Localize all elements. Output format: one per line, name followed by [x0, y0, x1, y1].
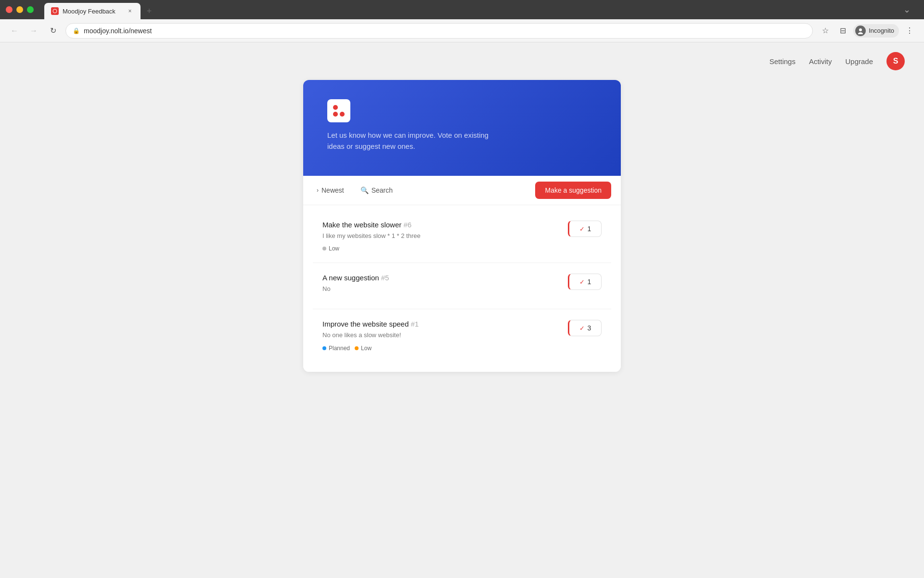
upgrade-link[interactable]: Upgrade — [845, 57, 873, 66]
tag-low-1: Low — [322, 245, 339, 252]
suggestion-number-1: #6 — [403, 221, 411, 229]
search-icon: 🔍 — [360, 186, 369, 194]
main-card: Let us know how we can improve. Vote on … — [303, 80, 621, 372]
svg-point-2 — [858, 32, 863, 34]
titlebar: Moodjoy Feedback × + ⌄ — [0, 0, 924, 19]
tag-dot-low — [355, 346, 359, 350]
tab-search-button[interactable]: ⊟ — [836, 24, 849, 38]
suggestion-tags-1: Low — [322, 245, 558, 252]
browser-chrome: Moodjoy Feedback × + ⌄ ← → ↻ 🔒 moodjoy.n… — [0, 0, 924, 42]
tabs-menu-button[interactable]: ⌄ — [903, 4, 911, 15]
sort-label: Newest — [321, 186, 344, 194]
vote-count-3: 3 — [588, 324, 591, 332]
user-avatar[interactable]: S — [886, 52, 905, 70]
vote-check-icon-3: ✓ — [579, 325, 585, 332]
app-logo — [327, 99, 350, 122]
suggestion-content-1: Make the website slower #6 I like my web… — [322, 221, 558, 252]
logo-dots — [331, 103, 346, 118]
tabs-bar: Moodjoy Feedback × + — [39, 0, 161, 19]
lock-icon: 🔒 — [73, 27, 80, 34]
logo-dot-3 — [333, 112, 338, 117]
page-content: Settings Activity Upgrade S Let us know … — [0, 42, 924, 562]
minimize-button[interactable] — [16, 6, 23, 13]
suggestion-content-3: Improve the website speed #1 No one like… — [322, 320, 558, 351]
tab-title: Moodjoy Feedback — [63, 8, 122, 15]
make-suggestion-button[interactable]: Make a suggestion — [535, 182, 611, 199]
bookmark-button[interactable]: ☆ — [819, 24, 832, 38]
suggestion-title-3: Improve the website speed #1 — [322, 320, 558, 328]
tag-low-3: Low — [355, 345, 372, 352]
active-tab[interactable]: Moodjoy Feedback × — [44, 3, 141, 19]
back-button[interactable]: ← — [8, 24, 21, 38]
tag-dot-1 — [322, 247, 326, 250]
suggestion-content-2: A new suggestion #5 No — [322, 274, 558, 298]
tab-favicon — [51, 7, 59, 15]
card-header: Let us know how we can improve. Vote on … — [303, 80, 621, 176]
window-controls — [6, 6, 34, 13]
incognito-badge[interactable]: Incognito — [853, 24, 899, 38]
browser-toolbar: ← → ↻ 🔒 moodjoy.nolt.io/newest ☆ ⊟ Incog… — [0, 19, 924, 42]
suggestion-item-2: A new suggestion #5 No ✓ 1 — [313, 263, 611, 309]
card-subtitle: Let us know how we can improve. Vote on … — [327, 130, 491, 152]
suggestion-desc-3: No one likes a slow website! — [322, 331, 558, 340]
new-tab-button[interactable]: + — [142, 4, 156, 18]
incognito-avatar — [855, 26, 866, 36]
suggestions-list: Make the website slower #6 I like my web… — [303, 205, 621, 372]
close-button[interactable] — [6, 6, 13, 13]
maximize-button[interactable] — [27, 6, 34, 13]
suggestion-title-2: A new suggestion #5 — [322, 274, 558, 282]
suggestion-item-3: Improve the website speed #1 No one like… — [313, 309, 611, 362]
sort-button[interactable]: › Newest — [313, 184, 348, 197]
reload-button[interactable]: ↻ — [46, 24, 60, 38]
svg-point-1 — [859, 28, 862, 31]
search-button[interactable]: 🔍 Search — [356, 184, 528, 197]
incognito-label: Incognito — [869, 27, 894, 34]
toolbar-actions: ☆ ⊟ Incognito ⋮ — [819, 24, 916, 38]
suggestion-desc-2: No — [322, 285, 558, 293]
search-label: Search — [372, 186, 393, 194]
suggestion-desc-1: I like my websites slow * 1 * 2 three — [322, 232, 558, 240]
vote-count-1: 1 — [588, 225, 591, 233]
suggestion-number-3: #1 — [411, 320, 419, 328]
suggestion-title-1: Make the website slower #6 — [322, 221, 558, 229]
menu-button[interactable]: ⋮ — [903, 24, 916, 38]
svg-point-0 — [53, 9, 57, 13]
suggestion-number-2: #5 — [381, 274, 389, 282]
vote-button-2[interactable]: ✓ 1 — [568, 274, 602, 290]
tab-close-button[interactable]: × — [126, 7, 134, 15]
url-text: moodjoy.nolt.io/newest — [84, 27, 806, 35]
logo-dot-4 — [340, 112, 345, 117]
vote-button-3[interactable]: ✓ 3 — [568, 320, 602, 336]
logo-dot-1 — [333, 105, 338, 110]
activity-link[interactable]: Activity — [809, 57, 832, 66]
address-bar[interactable]: 🔒 moodjoy.nolt.io/newest — [65, 23, 813, 39]
suggestion-item: Make the website slower #6 I like my web… — [313, 210, 611, 263]
forward-button[interactable]: → — [27, 24, 40, 38]
logo-dot-2 — [340, 105, 345, 110]
suggestion-tags-3: Planned Low — [322, 345, 558, 352]
tag-planned: Planned — [322, 345, 350, 352]
vote-count-2: 1 — [588, 278, 591, 286]
vote-check-icon-1: ✓ — [579, 225, 585, 233]
vote-check-icon-2: ✓ — [579, 278, 585, 286]
settings-link[interactable]: Settings — [770, 57, 796, 66]
chevron-right-icon: › — [317, 187, 319, 194]
vote-button-1[interactable]: ✓ 1 — [568, 221, 602, 237]
top-nav: Settings Activity Upgrade S — [0, 42, 924, 80]
card-toolbar: › Newest 🔍 Search Make a suggestion — [303, 176, 621, 205]
tag-dot-planned — [322, 346, 326, 350]
